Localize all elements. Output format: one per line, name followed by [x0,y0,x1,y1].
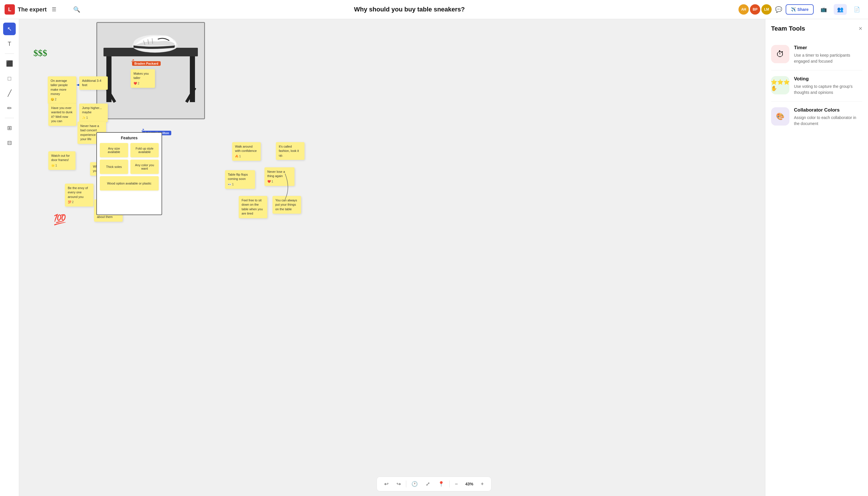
sticky-note[interactable]: Makes you taller ❤️ 2 [131,69,155,88]
logo-icon: L [4,4,15,15]
document-title: Why should you buy table sneakers? [354,6,434,13]
cursor-braden: Braden Packard [132,61,161,66]
feature-card[interactable]: Fold up style available [130,143,159,157]
header: L The expert ☰ 🔍 Why should you buy tabl… [0,0,434,19]
sticky-note[interactable]: Be the envy of every one around you 💯 2 [65,184,94,206]
logo-area: L The expert ☰ [0,4,69,15]
sticky-reaction: 👀 1 [228,183,252,186]
features-grid: Any size available Fold up style availab… [100,143,159,190]
sticky-note[interactable]: Jump higher... maybe ✨ 1 [79,104,108,122]
canvas-content: $$$ [19,19,334,248]
table-tool[interactable]: ⊞ [3,122,16,134]
grid-tool[interactable]: ⊟ [3,137,16,149]
rectangle-tool[interactable]: □ [3,72,16,85]
app-title: The expert [18,6,47,13]
sticky-note[interactable]: Watch out for door frames! 🌟 1 [48,151,76,170]
sticky-note[interactable]: Additional 3-4 feet [79,76,108,90]
dollar-signs: $$$ [33,48,47,58]
sticky-reaction: 💯 2 [68,200,91,204]
sticky-reaction: 🔥 1 [235,154,258,158]
sticky-note[interactable]: It's called fashion, look it up. [276,142,305,160]
sticky-note[interactable]: Walk around with confidence 🔥 1 [232,142,261,161]
line-tool[interactable]: ╱ [3,87,16,99]
draw-tool[interactable]: ✏ [3,102,16,114]
left-toolbar: ↖ T ⬛ □ ╱ ✏ ⊞ ⊟ [0,19,19,248]
sticky-note[interactable]: Have you ever wanted to dunk it? Well no… [48,104,76,126]
sticky-reaction: 🌟 1 [51,164,73,168]
features-title: Features [100,136,159,140]
feature-card[interactable]: Any size available [100,143,128,157]
sticky-reaction: 😏 2 [51,97,74,102]
sticky-reaction: ✨ 1 [82,116,105,120]
sticky-note[interactable]: Table flip flops coming soon 👀 1 [225,170,255,189]
toolbar-divider [5,53,14,54]
sticky-note[interactable]: On average taller people make more money… [48,76,76,104]
feature-card[interactable]: Thick soles [100,160,128,174]
hundred-emoji: 💯 [53,214,66,226]
features-box: Features Any size available Fold up styl… [96,132,162,215]
canvas[interactable]: $$$ [19,19,434,248]
select-tool[interactable]: ↖ [3,22,16,35]
sticky-note[interactable]: You can always put your things on the ta… [272,196,301,214]
header-center: Why should you buy table sneakers? [80,6,434,13]
cursor-braden-icon: ↗ [131,58,134,63]
sticky-note[interactable]: Feel free to sit down on the table when … [239,196,267,218]
feature-card[interactable]: Any color you want [130,160,159,174]
search-button[interactable]: 🔍 [73,6,80,13]
text-tool[interactable]: T [3,37,16,50]
toolbar-divider-2 [5,118,14,118]
sticky-note[interactable]: Never lose a thing again ❤️ 1 [264,167,294,186]
feature-card[interactable]: Wood option available or plastic [100,176,159,190]
sticky-reaction: ❤️ 2 [133,81,152,86]
sticky-reaction: ❤️ 1 [267,180,292,184]
menu-icon[interactable]: ☰ [52,6,56,13]
frame-tool[interactable]: ⬛ [3,57,16,70]
